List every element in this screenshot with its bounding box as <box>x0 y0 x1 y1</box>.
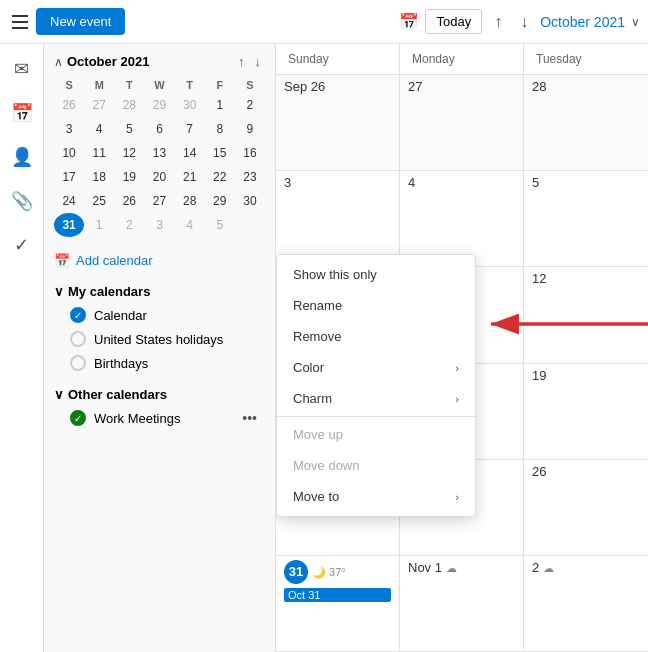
mini-cal-cell[interactable]: 12 <box>114 141 144 165</box>
mini-cal-cell[interactable]: 27 <box>144 189 174 213</box>
mini-cal-cell[interactable]: 27 <box>84 93 114 117</box>
mini-cal-cell[interactable]: 21 <box>175 165 205 189</box>
calendar-item-work-meetings[interactable]: ✓ Work Meetings ••• <box>54 406 265 430</box>
cal-cell-5[interactable]: 5 <box>524 171 648 267</box>
my-calendars-header[interactable]: ∨ My calendars <box>54 280 265 303</box>
mini-cal-cell[interactable]: 1 <box>205 93 235 117</box>
calendar-item-us-holidays[interactable]: United States holidays <box>54 327 265 351</box>
hamburger-button[interactable] <box>8 11 32 33</box>
cal-cell-sep28[interactable]: 28 <box>524 75 648 171</box>
mini-cal-prev-button[interactable]: ↑ <box>234 52 249 71</box>
people-icon-button[interactable]: 👤 <box>5 140 39 174</box>
week-row-2: 3 4 5 <box>276 171 648 267</box>
mini-cal-cell[interactable]: 17 <box>54 165 84 189</box>
mini-cal-cell[interactable]: 19 <box>114 165 144 189</box>
cal-day-19: 19 <box>532 368 640 383</box>
mini-cal-cell[interactable]: 20 <box>144 165 174 189</box>
cal-day-sep27: 27 <box>408 79 515 94</box>
mini-cal-cell[interactable]: 26 <box>54 93 84 117</box>
calendar-name-calendar: Calendar <box>94 308 147 323</box>
mini-cal-cell[interactable]: 22 <box>205 165 235 189</box>
next-month-button[interactable]: ↓ <box>514 11 534 33</box>
cal-cell-3[interactable]: 3 <box>276 171 400 267</box>
mini-cal-cell[interactable]: 5 <box>205 213 235 237</box>
mini-cal-cell[interactable]: 28 <box>175 189 205 213</box>
mini-cal-cell[interactable]: 28 <box>114 93 144 117</box>
mini-cal-cell[interactable]: 16 <box>235 141 265 165</box>
mini-cal-cell[interactable]: 29 <box>144 93 174 117</box>
mini-cal-cell[interactable] <box>235 213 265 237</box>
mini-cal-cell[interactable]: 25 <box>84 189 114 213</box>
cal-cell-12[interactable]: 12 <box>524 267 648 363</box>
mini-cal-cell[interactable]: 26 <box>114 189 144 213</box>
mini-cal-cell[interactable]: 23 <box>235 165 265 189</box>
mail-icon-button[interactable]: ✉ <box>8 52 35 86</box>
mini-cal-cell[interactable]: 10 <box>54 141 84 165</box>
paperclip-icon-button[interactable]: 📎 <box>5 184 39 218</box>
cal-cell-oct31[interactable]: 31 🌙 37° Oct 31 <box>276 556 400 652</box>
mini-cal-cell[interactable]: 13 <box>144 141 174 165</box>
calendar-icon-button[interactable]: 📅 <box>5 96 39 130</box>
mini-cal-cell[interactable]: 6 <box>144 117 174 141</box>
context-menu-item-remove[interactable]: Remove <box>277 321 475 352</box>
calendar-item-birthdays[interactable]: Birthdays <box>54 351 265 375</box>
context-menu: Show this onlyRenameRemoveColor›Charm›Mo… <box>276 254 476 517</box>
prev-month-button[interactable]: ↑ <box>488 11 508 33</box>
mini-cal-cell[interactable]: 3 <box>144 213 174 237</box>
cal-cell-nov2[interactable]: 2 ☁ <box>524 556 648 652</box>
day-header-wed: W <box>144 77 174 93</box>
mini-cal-collapse-button[interactable]: ∧ <box>54 55 63 69</box>
mini-cal-cell[interactable]: 15 <box>205 141 235 165</box>
mini-cal-cell[interactable]: 18 <box>84 165 114 189</box>
checkmark-icon-button[interactable]: ✓ <box>8 228 35 262</box>
work-meetings-left: ✓ Work Meetings <box>70 410 180 426</box>
context-menu-item-move-to[interactable]: Move to› <box>277 481 475 512</box>
mini-cal-cell[interactable]: 3 <box>54 117 84 141</box>
mini-cal-cell[interactable]: 4 <box>84 117 114 141</box>
mini-cal-cell[interactable]: 30 <box>235 189 265 213</box>
cal-cell-nov1[interactable]: Nov 1 ☁ <box>400 556 524 652</box>
mini-cal-cell[interactable]: 30 <box>175 93 205 117</box>
calendar-item-calendar[interactable]: ✓ Calendar <box>54 303 265 327</box>
mini-cal-cell[interactable]: 31 <box>54 213 84 237</box>
nov1-weather: ☁ <box>446 562 457 575</box>
cal-cell-sep27[interactable]: 27 <box>400 75 524 171</box>
mini-cal-cell[interactable]: 14 <box>175 141 205 165</box>
cal-cell-19[interactable]: 19 <box>524 364 648 460</box>
calendar-check-birthdays <box>70 355 86 371</box>
mini-cal-cell[interactable]: 2 <box>235 93 265 117</box>
cal-cell-sep26[interactable]: Sep 26 <box>276 75 400 171</box>
mini-cal-cell[interactable]: 8 <box>205 117 235 141</box>
add-calendar-button[interactable]: 📅 Add calendar <box>44 245 275 276</box>
cal-day-12: 12 <box>532 271 640 286</box>
mini-cal-cell[interactable]: 4 <box>175 213 205 237</box>
context-menu-item-show-this-only[interactable]: Show this only <box>277 259 475 290</box>
work-meetings-ellipsis-button[interactable]: ••• <box>238 410 261 426</box>
mini-cal-cell[interactable]: 5 <box>114 117 144 141</box>
cal-day-nov1: Nov 1 <box>408 560 442 575</box>
mini-cal-next-button[interactable]: ↓ <box>251 52 266 71</box>
new-event-button[interactable]: New event <box>36 8 125 35</box>
mini-cal-cell[interactable]: 1 <box>84 213 114 237</box>
context-menu-item-charm[interactable]: Charm› <box>277 383 475 414</box>
context-menu-item-rename[interactable]: Rename <box>277 290 475 321</box>
day-header-fri: F <box>205 77 235 93</box>
cal-cell-26[interactable]: 26 <box>524 460 648 556</box>
oct31-event-bar[interactable]: Oct 31 <box>284 588 391 602</box>
chevron-right-icon: › <box>455 393 459 405</box>
cal-cell-4[interactable]: 4 <box>400 171 524 267</box>
col-header-sunday: Sunday <box>276 44 400 74</box>
mini-cal-cell[interactable]: 7 <box>175 117 205 141</box>
mini-cal-cell[interactable]: 11 <box>84 141 114 165</box>
today-button[interactable]: Today <box>425 9 482 34</box>
other-calendars-header[interactable]: ∨ Other calendars <box>54 383 265 406</box>
other-calendars-section: ∨ Other calendars ✓ Work Meetings ••• <box>44 379 275 434</box>
mini-cal-cell[interactable]: 2 <box>114 213 144 237</box>
cal-day-sep26: Sep 26 <box>284 79 391 94</box>
context-menu-item-color[interactable]: Color› <box>277 352 475 383</box>
month-dropdown-button[interactable]: ∨ <box>631 15 640 29</box>
mini-cal-cell[interactable]: 29 <box>205 189 235 213</box>
day-header-tue: T <box>114 77 144 93</box>
mini-cal-cell[interactable]: 9 <box>235 117 265 141</box>
mini-cal-cell[interactable]: 24 <box>54 189 84 213</box>
